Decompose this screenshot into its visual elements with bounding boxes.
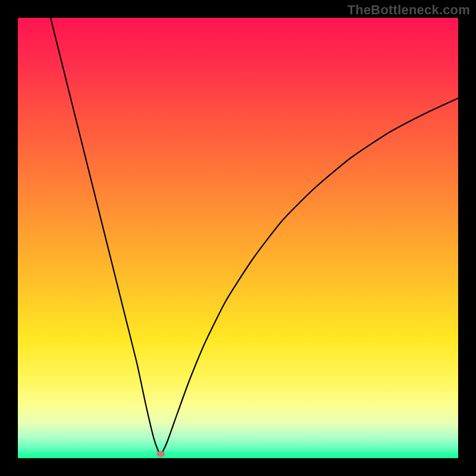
plot-area — [18, 18, 458, 458]
bottleneck-curve — [18, 18, 458, 458]
watermark-text: TheBottleneck.com — [347, 2, 470, 18]
minimum-marker — [156, 451, 165, 457]
